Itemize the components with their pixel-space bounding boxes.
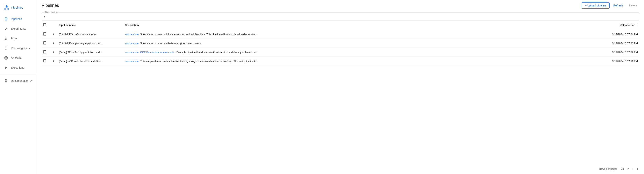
- row3-gcp-link[interactable]: GCP Permission requirements: [140, 51, 174, 54]
- row4-expand-cell: [51, 57, 57, 66]
- experiments-icon: [4, 27, 8, 31]
- kfp-logo-icon: [4, 5, 9, 10]
- row3-date-cell: 3/17/2024, 6:07:52 PM: [596, 48, 639, 57]
- row1-expand-arrow[interactable]: [53, 33, 54, 35]
- svg-point-2: [8, 8, 9, 10]
- header-pipeline-name[interactable]: Pipeline name: [57, 21, 123, 30]
- sidebar-logo[interactable]: Pipelines: [0, 3, 37, 14]
- topbar-actions: + Upload pipeline Refresh Delete: [582, 2, 639, 9]
- table-header-row: Pipeline name Description Uploaded on ↓: [42, 21, 639, 30]
- header-checkbox-col: [42, 21, 51, 30]
- row1-date-cell: 3/17/2024, 6:07:54 PM: [596, 30, 639, 39]
- svg-point-0: [6, 5, 8, 7]
- row2-expand-cell: [51, 39, 57, 48]
- table-row: [Demo] TFX - Taxi tip prediction mod... …: [42, 48, 639, 57]
- row3-source-link[interactable]: source code: [125, 51, 139, 54]
- sidebar-item-label-runs: Runs: [11, 37, 17, 40]
- row1-name-cell[interactable]: [Tutorial] DSL - Control structures: [57, 30, 123, 39]
- row3-expand-cell: [51, 48, 57, 57]
- row1-desc-text: Shows how to use conditional execution a…: [140, 33, 257, 36]
- sidebar-item-label-documentation: Documentation ↗: [11, 79, 32, 82]
- pipelines-table: Pipeline name Description Uploaded on ↓: [42, 21, 639, 66]
- sidebar-item-executions[interactable]: Executions: [0, 63, 37, 72]
- upload-pipeline-label: + Upload pipeline: [585, 4, 606, 7]
- row2-expand-arrow[interactable]: [53, 42, 54, 44]
- main-content: Pipelines + Upload pipeline Refresh Dele…: [37, 0, 644, 174]
- refresh-button[interactable]: Refresh: [611, 3, 625, 8]
- runs-icon: [4, 36, 8, 41]
- prev-page-button[interactable]: ‹: [631, 166, 634, 171]
- upload-pipeline-button[interactable]: + Upload pipeline: [582, 2, 610, 9]
- sidebar-item-label-recurring-runs: Recurring Runs: [11, 47, 30, 50]
- documentation-icon: [4, 79, 8, 83]
- sidebar: Pipelines Pipelines Experiments Runs Rec…: [0, 0, 37, 174]
- sort-icon: ↓: [636, 24, 638, 27]
- row3-name-cell[interactable]: [Demo] TFX - Taxi tip prediction mod...: [57, 48, 123, 57]
- row2-desc-text: Shows how to pass data between python co…: [140, 42, 201, 45]
- row3-desc-text: . Example pipeline that does classificat…: [175, 51, 258, 54]
- sidebar-item-artifacts[interactable]: Artifacts: [0, 53, 37, 63]
- row4-checkbox[interactable]: [43, 59, 46, 62]
- select-all-checkbox[interactable]: [43, 23, 46, 26]
- row1-expand-cell: [51, 30, 57, 39]
- pipeline-icon: [4, 17, 8, 21]
- row4-desc-cell: source code This sample demonstrates ite…: [123, 57, 596, 66]
- row4-source-link[interactable]: source code: [125, 60, 139, 63]
- refresh-label: Refresh: [614, 4, 623, 7]
- pipelines-table-container: Pipeline name Description Uploaded on ↓: [37, 21, 644, 165]
- filter-label: Filter pipelines: [44, 11, 59, 14]
- filter-chevron-icon: ▾: [44, 15, 45, 18]
- topbar: Pipelines + Upload pipeline Refresh Dele…: [37, 0, 644, 10]
- header-description[interactable]: Description: [123, 21, 596, 30]
- row4-desc-text: This sample demonstrates iterative train…: [140, 60, 258, 63]
- sidebar-item-runs[interactable]: Runs: [0, 34, 37, 43]
- svg-line-4: [6, 7, 8, 8]
- svg-line-3: [5, 7, 6, 8]
- svg-point-1: [4, 8, 6, 10]
- delete-button[interactable]: Delete: [627, 3, 639, 8]
- filter-box[interactable]: Filter pipelines ▾: [42, 13, 639, 21]
- row2-desc-cell: source code Shows how to pass data betwe…: [123, 39, 596, 48]
- row1-checkbox-cell: [42, 30, 51, 39]
- table-row: [Demo] XGBoost - Iterative model tra... …: [42, 57, 639, 66]
- row2-checkbox[interactable]: [43, 41, 46, 44]
- artifacts-icon: [4, 56, 8, 60]
- row2-date-cell: 3/17/2024, 6:07:53 PM: [596, 39, 639, 48]
- delete-label: Delete: [629, 4, 637, 7]
- sidebar-item-label-executions: Executions: [11, 66, 24, 69]
- row3-checkbox[interactable]: [43, 50, 46, 53]
- sidebar-item-label-experiments: Experiments: [11, 27, 26, 30]
- sidebar-item-recurring-runs[interactable]: Recurring Runs: [0, 43, 37, 53]
- sidebar-item-label-artifacts: Artifacts: [11, 56, 21, 59]
- rows-per-page-label: Rows per page:: [599, 167, 617, 170]
- recurring-runs-icon: [4, 46, 8, 50]
- sidebar-item-documentation[interactable]: Documentation ↗: [0, 76, 37, 86]
- row1-desc-cell: source code Shows how to use conditional…: [123, 30, 596, 39]
- header-expand-col: [51, 21, 57, 30]
- row1-checkbox[interactable]: [43, 32, 46, 36]
- row3-expand-arrow[interactable]: [53, 51, 54, 53]
- rows-per-page-select[interactable]: 10 20 50 100: [620, 167, 629, 171]
- row4-date-cell: 3/17/2024, 6:07:51 PM: [596, 57, 639, 66]
- sidebar-item-experiments[interactable]: Experiments: [0, 24, 37, 34]
- executions-icon: [4, 65, 8, 70]
- row3-desc-cell: source code GCP Permission requirements …: [123, 48, 596, 57]
- filter-area: Filter pipelines ▾: [37, 10, 644, 21]
- row4-expand-arrow[interactable]: [53, 60, 54, 62]
- row2-name-cell[interactable]: [Tutorial] Data passing in python com...: [57, 39, 123, 48]
- row4-checkbox-cell: [42, 57, 51, 66]
- row4-name-cell[interactable]: [Demo] XGBoost - Iterative model tra...: [57, 57, 123, 66]
- sidebar-item-pipelines[interactable]: Pipelines: [0, 14, 37, 24]
- sidebar-logo-text: Pipelines: [11, 6, 23, 9]
- row2-source-link[interactable]: source code: [125, 42, 139, 45]
- svg-point-5: [6, 57, 7, 59]
- sidebar-item-label-pipelines: Pipelines: [11, 17, 22, 21]
- row3-checkbox-cell: [42, 48, 51, 57]
- pagination: Rows per page: 10 20 50 100 ‹ ›: [37, 165, 644, 174]
- page-title: Pipelines: [42, 3, 59, 8]
- row1-source-link[interactable]: source code: [125, 33, 139, 36]
- table-row: [Tutorial] Data passing in python com...…: [42, 39, 639, 48]
- next-page-button[interactable]: ›: [636, 166, 639, 171]
- row2-checkbox-cell: [42, 39, 51, 48]
- header-uploaded-on[interactable]: Uploaded on ↓: [596, 21, 639, 30]
